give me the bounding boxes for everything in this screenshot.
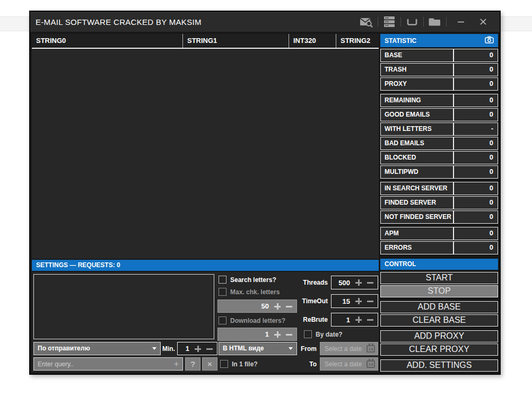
min-value: 1	[186, 345, 189, 353]
stat-row: GOOD EMAILS0	[380, 108, 498, 121]
close-button[interactable]	[475, 15, 491, 29]
max-letters-value: 50	[261, 302, 269, 310]
max-letters-stepper: 50	[217, 300, 297, 313]
threads-increment-button[interactable]	[355, 279, 362, 286]
rebrute-increment-button[interactable]	[355, 316, 362, 323]
stat-value: 0	[454, 78, 498, 90]
stat-group-base: BASE0 TRASH0 PROXY0	[380, 49, 498, 91]
in-1-file-label: In 1 file?	[232, 360, 258, 368]
max-chk-letters-label: Max. chk. letters	[230, 288, 280, 296]
query-input[interactable]	[34, 360, 174, 368]
query-list[interactable]	[33, 274, 214, 339]
clear-proxy-button[interactable]: CLEAR PROXY	[380, 344, 498, 356]
rebrute-decrement-button[interactable]	[367, 316, 373, 323]
timeout-value: 15	[343, 297, 350, 305]
timeout-increment-button[interactable]	[355, 298, 362, 304]
calendar-icon: 14	[367, 345, 375, 353]
from-date-picker[interactable]: Select a date 14	[320, 342, 378, 355]
folder-icon[interactable]	[427, 15, 443, 29]
stat-label: TRASH	[381, 64, 454, 76]
stat-row: PROXY0	[380, 77, 498, 91]
threads-decrement-button[interactable]	[367, 279, 373, 286]
statistic-header: STATISTIC	[380, 34, 498, 47]
min-increment-button[interactable]	[195, 346, 201, 352]
rebrute-value: 1	[346, 316, 350, 324]
statistic-rows: BASE0 TRASH0 PROXY0 REMAINING0 GOOD EMAI…	[380, 47, 498, 258]
camera-icon[interactable]	[485, 36, 494, 45]
rebrute-stepper: 1	[331, 313, 378, 327]
stop-button[interactable]: STOP	[380, 285, 498, 297]
by-date-checkbox[interactable]	[304, 330, 312, 338]
stat-label: BLOCKED	[381, 152, 454, 164]
save-format-value: В HTML виде	[223, 345, 264, 352]
stat-value: 0	[454, 166, 498, 178]
start-button[interactable]: START	[380, 272, 498, 284]
max-chk-letters-checkbox[interactable]	[219, 288, 226, 296]
column-header-string0[interactable]: STRING0	[32, 34, 183, 48]
app-window: E-MAIL SOFTWARE CRACKED BY MAKSIM	[29, 11, 501, 375]
add-base-button[interactable]: ADD BASE	[380, 301, 498, 313]
stat-row: WITH LETTERS-	[380, 122, 498, 136]
rebrute-label: ReBrute	[292, 316, 328, 323]
results-and-settings: STRING0 STRING1 INT320 STRING2 SETTINGS …	[32, 34, 379, 372]
max-chk-letters-row: Max. chk. letters	[219, 288, 280, 296]
by-date-row: By date?	[304, 330, 343, 338]
results-table-header: STRING0 STRING1 INT320 STRING2	[32, 34, 379, 49]
to-label: To	[294, 360, 317, 368]
download-count-value: 1	[265, 330, 269, 338]
stat-value: -	[454, 123, 498, 135]
mail-search-icon[interactable]	[359, 15, 374, 29]
download-count-decrement-button[interactable]	[286, 331, 292, 338]
stat-value: 0	[454, 109, 498, 121]
column-header-int320[interactable]: INT320	[289, 34, 336, 48]
add-proxy-button[interactable]: ADD PROXY	[380, 330, 498, 342]
stat-row: APM0	[380, 227, 498, 240]
query-help-button[interactable]: ?	[185, 357, 200, 371]
add-query-icon[interactable]: +	[174, 359, 182, 369]
tray-icon[interactable]	[404, 15, 420, 29]
timeout-label: TimeOut	[292, 297, 328, 305]
chevron-down-icon	[289, 347, 293, 350]
save-format-dropdown[interactable]: В HTML виде	[219, 342, 297, 355]
stat-label: MULTIPWD	[381, 166, 454, 178]
minimize-button[interactable]	[453, 15, 469, 29]
stat-label: GOOD EMAILS	[381, 109, 454, 121]
min-decrement-button[interactable]	[206, 346, 213, 352]
stat-value: 0	[454, 182, 498, 195]
settings-header: SETTINGS — REQUESTS: 0	[32, 260, 379, 271]
clear-base-button[interactable]: CLEAR BASE	[380, 314, 498, 327]
max-letters-increment-button[interactable]	[274, 303, 281, 310]
statistic-title: STATISTIC	[385, 37, 416, 45]
threads-label: Threads	[292, 279, 328, 286]
control-panel: START STOP ADD BASE CLEAR BASE ADD PROXY…	[380, 271, 498, 372]
download-letters-checkbox[interactable]	[219, 316, 226, 324]
download-count-increment-button[interactable]	[274, 331, 281, 338]
stat-label: FINDED SERVER	[381, 197, 454, 209]
separator	[378, 17, 378, 27]
stat-group-emails: REMAINING0 GOOD EMAILS0 WITH LETTERS- BA…	[380, 94, 498, 179]
results-table-body[interactable]	[32, 49, 379, 259]
stat-value: 0	[454, 64, 498, 76]
titlebar-actions	[359, 15, 494, 29]
server-list-icon[interactable]	[381, 15, 397, 29]
min-label: Min.	[162, 345, 176, 353]
query-clear-button[interactable]: ×	[202, 357, 217, 371]
column-header-string2[interactable]: STRING2	[336, 34, 379, 48]
search-mode-dropdown[interactable]: По отправителю	[33, 342, 161, 355]
add-settings-button[interactable]: ADD. SETTINGS	[380, 359, 498, 372]
in-1-file-checkbox[interactable]	[220, 360, 228, 368]
search-letters-checkbox[interactable]	[219, 276, 226, 284]
column-header-string1[interactable]: STRING1	[183, 34, 289, 48]
stat-value: 0	[454, 211, 498, 223]
to-date-picker[interactable]: Select a date 14	[320, 357, 378, 371]
by-date-label: By date?	[316, 331, 343, 338]
stat-row: BASE0	[380, 49, 498, 62]
separator	[423, 17, 424, 27]
stat-value: 0	[454, 49, 498, 61]
window-content: STRING0 STRING1 INT320 STRING2 SETTINGS …	[32, 34, 498, 372]
stat-label: WITH LETTERS	[381, 123, 454, 135]
search-mode-value: По отправителю	[38, 345, 90, 352]
to-date-placeholder: Select a date	[325, 360, 362, 368]
timeout-decrement-button[interactable]	[367, 298, 373, 304]
search-letters-label: Search letters?	[230, 276, 276, 284]
